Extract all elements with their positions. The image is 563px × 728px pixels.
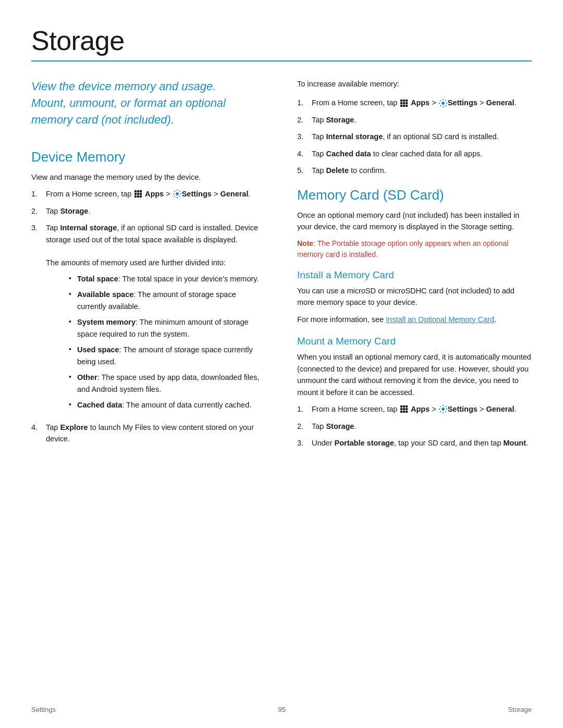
- install-description: You can use a microSD or microSDHC card …: [297, 285, 532, 309]
- svg-rect-20: [400, 405, 402, 408]
- inc-step-4-content: Tap Cached data to clear cached data for…: [312, 148, 532, 159]
- mount-step-1-content: From a Home screen, tap Apps >: [312, 403, 532, 415]
- bullet-total-space: Total space: The total space in your dev…: [69, 273, 266, 285]
- svg-rect-18: [406, 105, 408, 107]
- increase-memory-steps: From a Home screen, tap Apps >: [297, 97, 532, 176]
- mount-step-1: From a Home screen, tap Apps >: [297, 403, 532, 415]
- bullet-other: Other: The space used by app data, downl…: [69, 372, 266, 395]
- inc-step-3: Tap Internal storage, if an optional SD …: [297, 131, 532, 142]
- apps-icon: [134, 190, 142, 198]
- inc-step-3-content: Tap Internal storage, if an optional SD …: [312, 131, 532, 142]
- mount-step-3-content: Under Portable storage, tap your SD card…: [312, 437, 532, 449]
- left-column: View the device memory and usage. Mount,…: [31, 78, 266, 459]
- svg-rect-16: [400, 105, 402, 107]
- mount-steps: From a Home screen, tap Apps >: [297, 403, 532, 449]
- svg-rect-12: [406, 100, 408, 102]
- mount-description: When you install an optional memory card…: [297, 351, 532, 398]
- svg-rect-11: [403, 100, 405, 102]
- inc-step-4: Tap Cached data to clear cached data for…: [297, 148, 532, 159]
- settings-icon-2: [439, 99, 447, 107]
- explore-label: Explore: [60, 423, 88, 431]
- svg-rect-28: [406, 411, 408, 413]
- bullet-used-space: Used space: The amount of storage space …: [69, 344, 266, 367]
- memory-card-section: Memory Card (SD Card) Once an optional m…: [297, 187, 532, 449]
- svg-rect-17: [403, 105, 405, 107]
- svg-rect-25: [406, 408, 408, 410]
- mount-step-3: Under Portable storage, tap your SD card…: [297, 437, 532, 449]
- inc-step-2-content: Tap Storage.: [312, 114, 532, 126]
- inc-step-1: From a Home screen, tap Apps >: [297, 97, 532, 108]
- svg-rect-26: [400, 411, 402, 413]
- step-3-content: Tap Internal storage, if an optional SD …: [46, 222, 266, 416]
- footer-right: Storage: [508, 706, 532, 713]
- svg-rect-7: [137, 195, 139, 198]
- svg-rect-2: [140, 190, 142, 192]
- svg-rect-15: [406, 102, 408, 104]
- svg-rect-1: [137, 190, 139, 192]
- svg-point-29: [442, 408, 445, 411]
- increase-memory-section: To increase available memory: From a Hom…: [297, 78, 532, 177]
- note-label: Note: [297, 239, 313, 248]
- svg-rect-3: [134, 193, 137, 195]
- svg-rect-24: [403, 408, 405, 410]
- install-subtitle: Install a Memory Card: [297, 269, 532, 281]
- svg-point-9: [176, 192, 179, 195]
- svg-rect-6: [134, 195, 137, 198]
- step-4: Tap Explore to launch My Files to view c…: [31, 422, 266, 445]
- svg-point-19: [442, 102, 445, 105]
- device-memory-section: Device Memory View and manage the memory…: [31, 149, 266, 445]
- mount-step-2: Tap Storage.: [297, 421, 532, 432]
- internal-storage-label: Internal storage: [60, 224, 117, 232]
- svg-rect-8: [140, 195, 142, 198]
- bullet-available-space: Available space: The amount of storage s…: [69, 289, 266, 312]
- increase-memory-intro: To increase available memory:: [297, 78, 532, 90]
- right-column: To increase available memory: From a Hom…: [297, 78, 532, 459]
- svg-rect-14: [403, 102, 405, 104]
- svg-rect-23: [400, 408, 402, 410]
- apps-icon-2: [400, 99, 408, 107]
- svg-rect-10: [400, 100, 402, 102]
- settings-icon: [173, 190, 181, 198]
- inc-step-5-content: Tap Delete to confirm.: [312, 165, 532, 176]
- step-2: Tap Storage.: [31, 205, 266, 217]
- footer-center: 95: [278, 706, 285, 713]
- footer: Settings 95 Storage: [0, 706, 563, 713]
- apps-icon-3: [400, 405, 408, 413]
- device-memory-description: View and manage the memory used by the d…: [31, 171, 266, 183]
- mount-step-2-content: Tap Storage.: [312, 421, 532, 432]
- inc-step-1-content: From a Home screen, tap Apps >: [312, 97, 532, 108]
- inc-step-2: Tap Storage.: [297, 114, 532, 126]
- inc-step-5: Tap Delete to confirm.: [297, 165, 532, 176]
- step-1: From a Home screen, tap Apps >: [31, 188, 266, 200]
- memory-card-description: Once an optional memory card (not includ…: [297, 209, 532, 233]
- bullet-cached-data: Cached data: The amount of data currentl…: [69, 399, 266, 411]
- step-2-content: Tap Storage.: [46, 205, 266, 217]
- apps-label: Apps: [143, 190, 164, 198]
- svg-rect-13: [400, 102, 402, 104]
- general-label-1: General: [220, 190, 248, 198]
- step-4-content: Tap Explore to launch My Files to view c…: [46, 422, 266, 445]
- intro-text: View the device memory and usage. Mount,…: [31, 78, 240, 128]
- install-memory-card-section: Install a Memory Card You can use a micr…: [297, 269, 532, 325]
- svg-rect-21: [403, 405, 405, 408]
- svg-rect-22: [406, 405, 408, 408]
- install-link-text: For more information, see Install an Opt…: [297, 314, 532, 325]
- install-link[interactable]: Install an Optional Memory Card: [386, 315, 494, 324]
- mount-memory-card-section: Mount a Memory Card When you install an …: [297, 336, 532, 449]
- svg-rect-4: [137, 193, 139, 195]
- device-memory-title: Device Memory: [31, 149, 266, 166]
- step-1-content: From a Home screen, tap Apps >: [46, 188, 266, 200]
- settings-label-1: Settings: [182, 190, 212, 198]
- footer-left: Settings: [31, 706, 56, 713]
- storage-label-1: Storage: [60, 207, 88, 215]
- svg-rect-5: [140, 193, 142, 195]
- memory-card-note: Note: The Portable storage option only a…: [297, 238, 532, 260]
- settings-icon-3: [439, 405, 447, 413]
- svg-rect-27: [403, 411, 405, 413]
- title-divider: [31, 60, 532, 61]
- bullet-system-memory: System memory: The minimum amount of sto…: [69, 316, 266, 340]
- svg-rect-0: [134, 190, 137, 192]
- step-3: Tap Internal storage, if an optional SD …: [31, 222, 266, 416]
- memory-card-title: Memory Card (SD Card): [297, 187, 532, 204]
- page-title: Storage: [31, 25, 532, 56]
